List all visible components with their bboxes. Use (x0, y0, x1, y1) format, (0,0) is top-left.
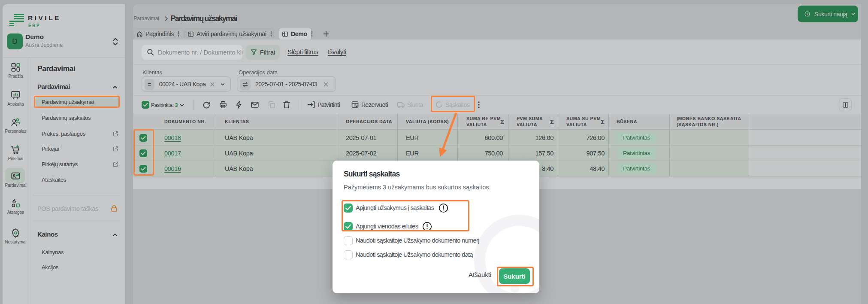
equals-operator-icon[interactable]: = (145, 79, 154, 90)
column-header[interactable]: BŪSENA (608, 114, 669, 129)
chevron-down-icon[interactable] (179, 103, 184, 108)
tab-pagrindinis[interactable]: Pagrindinis (133, 28, 182, 40)
table-row[interactable]: 00017 UAB Kopa 2025-07-02 EUR 750.00 157… (133, 146, 861, 161)
clear-icon[interactable] (210, 82, 215, 87)
cart-icon (10, 144, 21, 155)
lightning-icon[interactable] (235, 100, 243, 109)
column-header-label: DOKUMENTO NR. (164, 119, 206, 125)
clear-filters-link[interactable]: Išvalyti (328, 48, 346, 55)
column-header[interactable]: VALIUTA (KODAS) (397, 114, 457, 129)
sidebar-item-pirkejai[interactable]: Pirkėjai (42, 146, 59, 152)
checkbox-unchecked[interactable] (344, 250, 353, 259)
chevron-down-icon[interactable] (220, 82, 225, 87)
sidebar-item-akcijos[interactable]: Akcijos (42, 264, 58, 271)
row-checkbox[interactable] (139, 149, 147, 157)
selected-count-value: 3 (175, 102, 178, 108)
sum-icon[interactable]: Σ (601, 118, 605, 126)
doc-link[interactable]: 00018 (164, 134, 181, 141)
tab-atviri-pardavimu-uzsakymai[interactable]: Atviri pardavimų užsakymai (184, 28, 274, 40)
klientas-filter-chip[interactable]: = 00024 - UAB Kopa (142, 76, 231, 92)
sidebar-item-pardavimu-uzsakymai[interactable]: Pardavimų užsakymai (42, 99, 94, 105)
chevron-up-icon[interactable] (112, 232, 118, 237)
refresh-icon[interactable] (202, 100, 211, 109)
kebab-icon[interactable] (269, 31, 274, 37)
tab-add-button[interactable] (318, 28, 335, 40)
print-icon[interactable] (219, 100, 227, 109)
tab-demo[interactable]: Demo (279, 28, 312, 40)
clear-icon[interactable] (323, 82, 329, 87)
mail-icon[interactable] (251, 100, 259, 109)
valiuta-cell: EUR (397, 130, 457, 145)
row-checkbox[interactable] (139, 165, 147, 173)
hide-filters-link[interactable]: Slėpti filtrus (287, 48, 318, 55)
modal-cancel-button[interactable]: Atšaukti (469, 271, 489, 278)
trash-icon[interactable] (282, 100, 291, 109)
invoices-action-button[interactable]: Sąskaitos (435, 100, 469, 109)
rail-item-nustatymai[interactable]: Nustatymai (3, 227, 29, 251)
sidebar-item-pirkeju-sutartys[interactable]: Pirkėjų sutartys (42, 161, 78, 167)
rail-item-apskaita[interactable]: Apskaita (3, 89, 29, 113)
chevron-up-icon[interactable] (112, 85, 118, 90)
rail-item-pradzia[interactable]: Pradžia (3, 61, 29, 85)
swap-icon[interactable] (240, 79, 251, 90)
selected-count-label: Pasirinkta: (151, 102, 174, 108)
suma-su-pvm-cell: 726.00 (558, 130, 608, 145)
rail-item-pardavimai[interactable]: Pardavimai (3, 170, 29, 194)
column-header-label: ĮMONĖS BANKO SĄSKAITA (SĄSKAITOS NR.) (677, 116, 745, 127)
confirm-action-button[interactable]: Patvirtinti (307, 100, 340, 109)
dashboard-icon (10, 62, 21, 73)
doc-link[interactable]: 00016 (164, 165, 181, 172)
rivile-logo[interactable]: RIVILE ERP (9, 13, 87, 27)
kebab-icon[interactable] (476, 100, 482, 109)
exclamation-circle-icon[interactable] (439, 203, 448, 213)
create-new-button[interactable]: Sukurti naują (798, 6, 858, 22)
checkbox-checked[interactable] (344, 204, 353, 213)
sum-icon[interactable]: Σ (550, 118, 554, 126)
row-checkbox[interactable] (139, 134, 147, 142)
rail-label: Apskaita (0, 102, 32, 106)
sidebar-item-pardavimu-saskaitos[interactable]: Pardavimų sąskaitos (42, 115, 91, 121)
date-filter-chip[interactable]: 2025-07-01 - 2025-07-03 (237, 76, 336, 92)
sidebar-group-kainos[interactable]: Kainos (37, 231, 58, 238)
doc-link[interactable]: 00017 (164, 150, 181, 157)
kebab-icon[interactable] (309, 31, 315, 37)
rail-item-personalas[interactable]: Personalas (3, 116, 29, 140)
sidebar-group-pardavimai[interactable]: Pardavimai (37, 83, 70, 90)
sum-icon[interactable]: Σ (500, 118, 504, 126)
checkbox-label: Apjungti vienodas eilutes (356, 223, 418, 230)
confirm-action-label: Patvirtinti (318, 101, 340, 108)
table-header-row: DOKUMENTO NR. KLIENTAS OPERACIJOS DATA V… (133, 114, 861, 130)
sidebar-item-kainynas[interactable]: Kainynas (42, 249, 64, 255)
column-header[interactable]: KLIENTAS (216, 114, 337, 129)
checkbox-unchecked[interactable] (344, 236, 353, 245)
rail-label: Personalas (0, 129, 32, 134)
kebab-icon[interactable] (176, 31, 181, 37)
reserve-action-button[interactable]: Rezervuoti (351, 100, 388, 109)
column-header[interactable]: SUMA SU PVM VALIUTAΣ (558, 114, 608, 129)
modal-confirm-button[interactable]: Sukurti (499, 268, 530, 284)
rail-item-atsargos[interactable]: Atsargos (3, 197, 29, 221)
sidebar-item-pos: POS pardavimo taškas (37, 205, 98, 212)
shipment-action-button[interactable]: Siunta (397, 100, 423, 109)
copy-icon[interactable] (267, 100, 276, 109)
breadcrumb-parent[interactable]: Pardavimai (133, 15, 159, 21)
user-switcher[interactable]: D Demo Aušra Juodienė (3, 27, 125, 57)
sidebar-item-prekes-paslaugos[interactable]: Prekės, paslaugos (42, 131, 85, 137)
row-checkbox-cell (133, 130, 159, 145)
column-header[interactable]: DOKUMENTO NR. (159, 114, 216, 129)
filters-button[interactable]: Filtrai (246, 45, 280, 60)
column-header[interactable]: SUMA BE PVM VALIUTAΣ (457, 114, 508, 129)
column-header[interactable]: PVM SUMA VALIUTAΣ (508, 114, 558, 129)
search-input[interactable] (142, 45, 242, 60)
checkbox-checked[interactable] (344, 222, 353, 231)
user-name: Demo (25, 33, 44, 41)
sidebar-item-ataskaitos[interactable]: Ataskaitos (42, 176, 66, 183)
select-all-checkbox[interactable] (142, 101, 149, 109)
column-header[interactable]: OPERACIJOS DATA (337, 114, 397, 129)
table-row[interactable]: 00018 UAB Kopa 2025-07-01 EUR 600.00 126… (133, 130, 861, 146)
column-header[interactable]: ĮMONĖS BANKO SĄSKAITA (SĄSKAITOS NR.) (669, 114, 749, 129)
split-view-button[interactable] (839, 98, 852, 111)
date-filter-value: 2025-07-01 - 2025-07-03 (255, 81, 317, 88)
exclamation-circle-icon[interactable] (422, 222, 432, 231)
rail-item-pirkimai[interactable]: Pirkimai (3, 143, 29, 167)
